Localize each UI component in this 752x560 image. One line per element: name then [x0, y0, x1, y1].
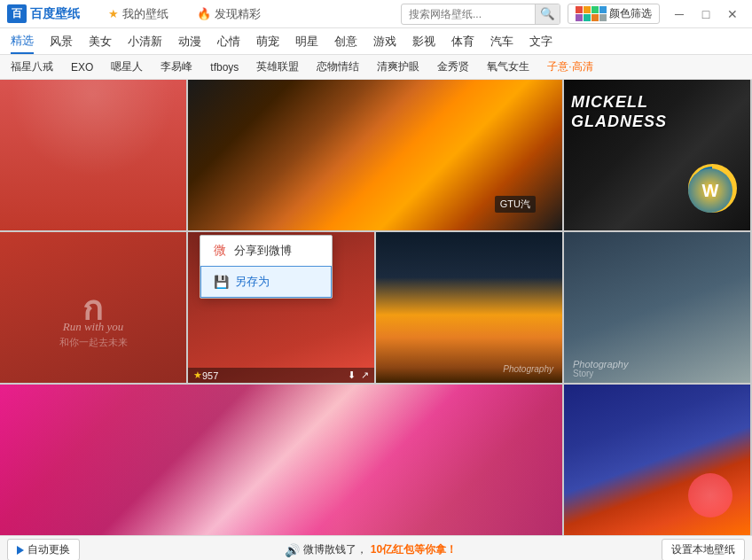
promo-highlight: 10亿红包等你拿！: [371, 542, 457, 557]
filter-label: 颜色筛选: [609, 6, 652, 21]
restore-button[interactable]: □: [693, 5, 718, 23]
weibo-icon: 微: [213, 244, 227, 258]
tag-object[interactable]: 恋物情结: [317, 59, 359, 74]
search-box: 🔍: [401, 4, 560, 25]
play-icon: [17, 546, 24, 555]
wallpaper-cell-4[interactable]: ก Run with you 和你一起去未来: [0, 232, 186, 383]
ctx-save-as[interactable]: 💾 另存为: [200, 266, 332, 298]
search-input[interactable]: [402, 6, 535, 22]
ctx-share-weibo[interactable]: 微 分享到微博: [200, 236, 332, 266]
promo-message: 🔊 微博散钱了， 10亿红包等你拿！: [285, 542, 457, 557]
tag-hmxr[interactable]: 嗯星人: [111, 59, 143, 74]
app-logo: 百 百度壁纸: [7, 4, 80, 23]
ctx-share-label: 分享到微博: [234, 243, 292, 259]
star-icon: ★: [108, 7, 119, 20]
cat-item-sports[interactable]: 体育: [451, 30, 474, 53]
star-icon-cell: ★: [193, 369, 202, 381]
cat-item-selected[interactable]: 精选: [11, 29, 34, 54]
cat-item-anime[interactable]: 动漫: [178, 30, 201, 53]
star-count: 957: [202, 370, 218, 381]
cat-item-pets[interactable]: 萌宠: [256, 30, 279, 53]
speaker-icon: 🔊: [285, 543, 300, 557]
minimize-button[interactable]: ─: [667, 5, 692, 23]
set-wallpaper-button[interactable]: 设置本地壁纸: [662, 539, 745, 560]
tag-nav: 福星八戒 EXO 嗯星人 李易峰 tfboys 英雄联盟 恋物情结 清爽护眼 金…: [0, 55, 752, 80]
category-nav: 精选 风景 美女 小清新 动漫 心情 萌宠 明星 创意 游戏 影视 体育 汽车 …: [0, 28, 752, 55]
wallpaper-cell-2[interactable]: GTU汽: [188, 80, 562, 230]
tag-oxygen[interactable]: 氧气女生: [487, 59, 529, 74]
wallpaper-image-1: [0, 80, 186, 230]
wallpaper-cell-6[interactable]: Photography: [376, 232, 562, 383]
bottom-bar: 自动更换 🔊 微博散钱了， 10亿红包等你拿！ 设置本地壁纸: [0, 535, 752, 560]
cat-item-mood[interactable]: 心情: [217, 30, 240, 53]
wallpaper-cell-8[interactable]: [0, 385, 562, 535]
tab-discover-label: 发现精彩: [215, 6, 261, 22]
tag-tfboys[interactable]: tfboys: [210, 61, 239, 74]
promo-prefix: 微博散钱了，: [303, 542, 367, 557]
wallpaper-image-6: Photography: [376, 232, 562, 383]
cat-item-beauty[interactable]: 美女: [89, 30, 112, 53]
cat-item-creative[interactable]: 创意: [334, 30, 357, 53]
cell-bottom-bar-5: ★ 957 ⬇ ↗: [188, 368, 374, 383]
cat-item-fresh[interactable]: 小清新: [128, 30, 162, 53]
ctx-saveas-label: 另存为: [235, 274, 270, 290]
wallpaper-grid: GTU汽 MICKELL GLADNESS GSW ก Run with you…: [0, 80, 752, 535]
search-icon: 🔍: [540, 7, 555, 20]
share-icon-cell: ↗: [361, 369, 369, 381]
tag-fuxingbazhi[interactable]: 福星八戒: [11, 59, 53, 74]
tag-ziy[interactable]: 子意·高清: [547, 59, 592, 74]
tab-discover[interactable]: 🔥 发现精彩: [183, 1, 275, 27]
tag-cool[interactable]: 清爽护眼: [377, 59, 419, 74]
logo-icon: 百: [7, 4, 27, 23]
cat-item-scenery[interactable]: 风景: [50, 30, 73, 53]
close-button[interactable]: ✕: [720, 5, 745, 23]
wallpaper-image-2: GTU汽: [188, 80, 562, 230]
tab-my-wallpaper[interactable]: ★ 我的壁纸: [94, 1, 183, 27]
save-icon: 💾: [214, 275, 228, 289]
cat-item-film[interactable]: 影视: [412, 30, 435, 53]
wallpaper-image-3: MICKELL GLADNESS GSW: [564, 80, 750, 230]
tab-my-label: 我的壁纸: [122, 6, 168, 22]
window-controls: ─ □ ✕: [667, 5, 745, 23]
tag-exo[interactable]: EXO: [71, 61, 93, 74]
gladness-text: MICKELL GLADNESS: [571, 93, 667, 131]
nav-tabs: ★ 我的壁纸 🔥 发现精彩: [94, 1, 401, 27]
cat-item-text[interactable]: 文字: [529, 30, 552, 53]
color-filter-button[interactable]: 颜色筛选: [568, 4, 660, 24]
app-title: 百度壁纸: [30, 6, 80, 22]
tag-liyifeng[interactable]: 李易峰: [161, 59, 192, 74]
titlebar: 百 百度壁纸 ★ 我的壁纸 🔥 发现精彩 🔍 颜色筛选 ─: [0, 0, 752, 28]
wallpaper-cell-1[interactable]: [0, 80, 186, 230]
download-icon: ⬇: [348, 369, 356, 381]
tag-kim[interactable]: 金秀贤: [437, 59, 469, 74]
cat-item-games[interactable]: 游戏: [373, 30, 396, 53]
run-subtitle: Run with you: [0, 320, 186, 334]
wallpaper-cell-7[interactable]: Photography Story: [564, 232, 750, 383]
auto-change-label: 自动更换: [27, 542, 70, 557]
wallpaper-cell-9[interactable]: [564, 385, 750, 535]
set-wallpaper-label: 设置本地壁纸: [671, 543, 735, 556]
cat-item-stars[interactable]: 明星: [295, 30, 318, 53]
auto-change-button[interactable]: 自动更换: [7, 539, 80, 560]
search-button[interactable]: 🔍: [535, 4, 560, 25]
tag-lol[interactable]: 英雄联盟: [256, 59, 299, 74]
context-menu: 微 分享到微博 💾 另存为: [200, 235, 333, 299]
fire-icon: 🔥: [197, 7, 211, 20]
cat-item-cars[interactable]: 汽车: [490, 30, 513, 53]
color-grid: [576, 6, 607, 21]
wallpaper-cell-3[interactable]: MICKELL GLADNESS GSW: [564, 80, 750, 230]
